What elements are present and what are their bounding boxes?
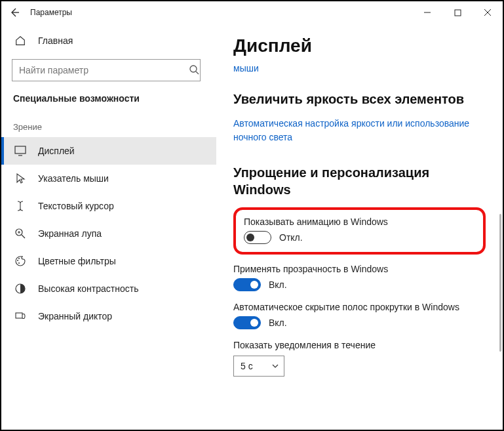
nav-label: Указатель мыши [38,173,109,184]
highlight-callout: Показывать анимацию в Windows Откл. [233,207,486,255]
palette-icon [13,255,28,267]
minimize-button[interactable] [412,1,442,24]
home-link[interactable]: Главная [1,28,216,54]
toggle-animations[interactable] [244,231,271,244]
nav-narrator[interactable]: Экранный диктор [1,302,216,330]
toggle-scrollbar-state: Вкл. [269,318,287,328]
settings-window: Параметры Главная [0,0,504,431]
sidebar: Главная Специальные возможности Зрение Д… [1,24,216,430]
group-vision-label: Зрение [1,119,216,137]
svg-rect-2 [15,146,26,154]
window-title: Параметры [30,8,72,17]
setting-animations-label: Показывать анимацию в Windows [244,216,475,227]
svg-point-4 [17,260,18,261]
nav-label: Текстовый курсор [38,201,114,211]
maximize-button[interactable] [442,1,473,24]
search-icon [189,64,199,75]
window-controls [412,1,503,24]
search-input[interactable] [12,59,201,81]
nav-label: Дисплей [38,146,75,156]
category-header: Специальные возможности [1,91,216,119]
chevron-down-icon [272,364,279,368]
search-box[interactable] [12,59,206,81]
nav-label: Цветные фильтры [38,256,116,266]
page-title: Дисплей [233,35,486,56]
narrator-icon [13,310,28,322]
content-pane: Дисплей мыши Увеличить яркость всех элем… [216,24,503,430]
svg-point-6 [18,262,20,264]
scrollbar[interactable] [499,214,501,352]
text-cursor-icon [13,200,28,212]
close-button[interactable] [473,1,503,24]
toggle-scrollbar[interactable] [233,316,261,329]
nav-text-cursor[interactable]: Текстовый курсор [1,192,216,220]
brightness-link[interactable]: Автоматическая настройка яркости или исп… [233,117,486,144]
setting-transparency-label: Применять прозрачность в Windows [233,264,486,274]
magnifier-icon [13,228,28,239]
nav-high-contrast[interactable]: Высокая контрастность [1,275,216,302]
nav-display[interactable]: Дисплей [1,137,216,165]
dropdown-value: 5 с [241,361,253,371]
setting-notifications-label: Показать уведомления в течение [233,340,486,350]
setting-scrollbar-label: Автоматическое скрытие полос прокрутки в… [233,302,486,312]
nav-label: Экранная лупа [38,228,102,239]
svg-rect-8 [16,313,22,318]
section-simplify-title: Упрощение и персонализация Windows [233,164,486,198]
toggle-transparency-state: Вкл. [269,279,287,290]
toggle-animations-state: Откл. [279,232,303,243]
truncated-link[interactable]: мыши [233,63,486,73]
cursor-icon [13,173,28,184]
home-label: Главная [38,35,73,46]
nav-color-filters[interactable]: Цветные фильтры [1,247,216,275]
home-icon [13,35,28,47]
titlebar: Параметры [1,1,503,24]
notification-duration-dropdown[interactable]: 5 с [233,356,284,377]
svg-point-5 [18,258,20,259]
section-brightness-title: Увеличить яркость всех элементов [233,91,486,108]
svg-rect-0 [455,10,461,16]
toggle-transparency[interactable] [233,278,261,291]
contrast-icon [13,283,28,295]
back-button[interactable] [5,3,24,22]
svg-point-1 [190,66,197,72]
nav-magnifier[interactable]: Экранная лупа [1,220,216,247]
nav-label: Экранный диктор [38,311,112,321]
monitor-icon [13,146,28,156]
nav-mouse-pointer[interactable]: Указатель мыши [1,165,216,192]
nav-label: Высокая контрастность [38,283,138,294]
